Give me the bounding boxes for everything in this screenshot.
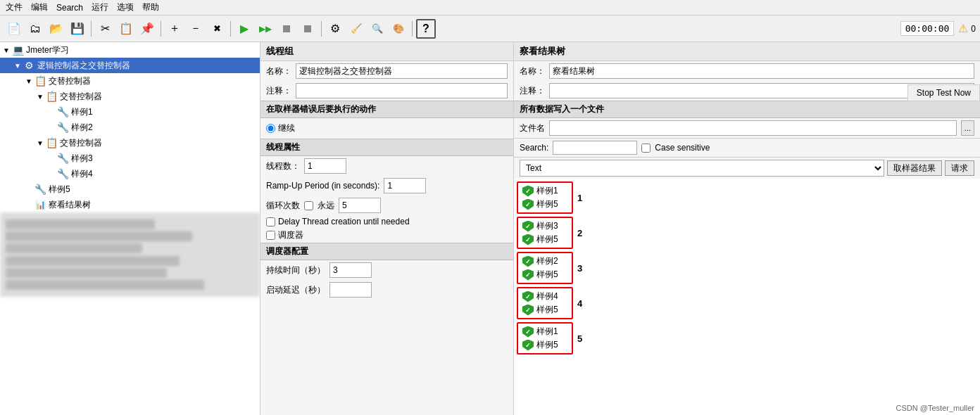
remove-button[interactable]: － [186, 19, 206, 39]
sample-group5-item2[interactable]: ✓ 样例5 [521, 338, 569, 352]
paint-button[interactable]: 🎨 [389, 19, 408, 39]
clear-button[interactable]: 🧹 [346, 19, 366, 39]
copy-button[interactable]: 📋 [116, 19, 136, 39]
sample-group5-item1[interactable]: ✓ 样例1 [521, 325, 569, 338]
sample-group3-item1[interactable]: ✓ 样例2 [521, 255, 569, 268]
menu-edit[interactable]: 编辑 [31, 1, 48, 13]
sample-g5s1-label: 样例1 [536, 326, 558, 338]
duration-input[interactable] [329, 262, 372, 278]
sample-group-1-row: ✓ 样例1 ✓ 样例5 1 [517, 181, 977, 214]
stop-test-banner[interactable]: Stop Test Now [907, 84, 980, 101]
settings-button[interactable]: ⚙ [325, 19, 345, 39]
tree-item-sample5[interactable]: ▶ 🔧 样例5 [0, 181, 260, 197]
comment-input[interactable] [296, 83, 508, 98]
templates-button[interactable]: 🗂 [25, 19, 45, 39]
tree-s5-label: 样例5 [49, 184, 70, 196]
controller-icon-1: 📋 [34, 75, 46, 87]
ramp-up-label: Ramp-Up Period (in seconds): [266, 181, 379, 191]
tree-item-results-tree[interactable]: ▶ 📊 察看结果树 [0, 197, 260, 212]
menu-options[interactable]: 选项 [117, 1, 134, 13]
results-name-input[interactable] [549, 63, 974, 79]
listener-icon: 📊 [34, 198, 46, 211]
ramp-up-input[interactable] [384, 178, 426, 193]
comment-label: 注释： [266, 85, 291, 97]
c2-toggle[interactable]: ▼ [37, 93, 45, 101]
sample-group2-item2[interactable]: ✓ 样例5 [521, 233, 569, 246]
sample-g4s1-label: 样例4 [536, 290, 558, 302]
gear-icon: ⚙ [23, 59, 35, 72]
sample-group1-item1[interactable]: ✓ 样例1 [521, 184, 569, 198]
startup-delay-input[interactable] [329, 282, 372, 298]
case-sensitive-label: Case sensitive [655, 143, 710, 153]
shield-icon-g3s1: ✓ [522, 256, 534, 267]
tree-item-sample3[interactable]: ▶ 🔧 样例3 [0, 151, 260, 166]
run-button[interactable]: ▶ [234, 19, 254, 39]
tree-item-sample4[interactable]: ▶ 🔧 样例4 [0, 166, 260, 181]
group-2-number: 2 [577, 228, 582, 238]
sampler-icon-1: 🔧 [56, 106, 69, 118]
controller-icon-2: 📋 [45, 90, 58, 103]
sample-group4-item1[interactable]: ✓ 样例4 [521, 290, 569, 303]
scheduler-checkbox[interactable] [266, 231, 275, 240]
continue-label: 继续 [278, 122, 295, 134]
tree-item-sample2[interactable]: ▶ 🔧 样例2 [0, 120, 260, 135]
run-no-pauses-button[interactable]: ▶▶ [256, 19, 275, 39]
new-file-button[interactable]: 📄 [4, 19, 24, 39]
request-tab[interactable]: 请求 [945, 160, 974, 176]
continue-radio[interactable] [266, 124, 275, 133]
sample-group1-item2[interactable]: ✓ 样例5 [521, 198, 569, 211]
search-input[interactable] [553, 141, 637, 155]
name-input[interactable] [296, 63, 508, 79]
scheduler-config-header: 调度器配置 [260, 243, 513, 260]
loop-count-input[interactable] [339, 198, 381, 213]
sample-group2-item1[interactable]: ✓ 样例3 [521, 219, 569, 233]
stop-button[interactable]: ⏹ [277, 19, 296, 39]
browse-button[interactable]: ... [961, 120, 974, 136]
separator-5 [412, 21, 413, 37]
sample-group3-item2[interactable]: ✓ 样例5 [521, 268, 569, 281]
tree-item-switch-c3[interactable]: ▼ 📋 交替控制器 [0, 135, 260, 151]
sample-g1s2-label: 样例5 [536, 198, 558, 210]
root-toggle[interactable]: ▼ [3, 46, 11, 54]
computer-icon: 💻 [11, 44, 24, 56]
glasses-button[interactable]: 🔍 [367, 19, 387, 39]
open-button[interactable]: 📂 [46, 19, 66, 39]
menu-help[interactable]: 帮助 [142, 1, 159, 13]
sample-g3s1-label: 样例2 [536, 255, 558, 267]
menu-run[interactable]: 运行 [92, 1, 108, 13]
cut-button[interactable]: ✂ [95, 19, 115, 39]
error-action-header: 在取样器错误后要执行的动作 [260, 101, 513, 118]
thread-count-label: 线程数： [266, 160, 300, 172]
tree-c1-label: 交替控制器 [49, 75, 91, 87]
shield-icon-g1s1: ✓ [522, 186, 534, 197]
c3-toggle[interactable]: ▼ [37, 139, 45, 147]
tree-s3-label: 样例3 [71, 153, 93, 165]
menu-file[interactable]: 文件 [6, 1, 23, 13]
tree-item-switch-c1[interactable]: ▼ 📋 交替控制器 [0, 73, 260, 89]
save-button[interactable]: 💾 [68, 19, 87, 39]
name-label: 名称： [266, 65, 291, 77]
delay-checkbox[interactable] [266, 217, 275, 226]
logic-toggle[interactable]: ▼ [14, 62, 23, 70]
remove2-button[interactable]: ✖ [207, 19, 227, 39]
menu-search[interactable]: Search [56, 3, 83, 13]
help-button[interactable]: ? [416, 19, 436, 39]
tree-item-logic-controller[interactable]: ▼ ⚙ 逻辑控制器之交替控制器 [0, 58, 260, 73]
group-3-number: 3 [577, 263, 582, 274]
text-dropdown[interactable]: Text [520, 160, 884, 177]
tree-root[interactable]: ▼ 💻 Jmeter学习 [0, 42, 260, 58]
filename-input[interactable] [549, 120, 957, 136]
case-sensitive-checkbox[interactable] [641, 143, 651, 153]
sampler-results-tab[interactable]: 取样器结果 [887, 160, 942, 176]
comment-row: 注释： [260, 81, 513, 101]
shutdown-button[interactable]: ⏹ [298, 19, 318, 39]
paste-button[interactable]: 📌 [137, 19, 157, 39]
add-button[interactable]: ＋ [165, 19, 184, 39]
tree-item-sample1[interactable]: ▶ 🔧 样例1 [0, 104, 260, 120]
tree-item-switch-c2[interactable]: ▼ 📋 交替控制器 [0, 89, 260, 104]
forever-checkbox[interactable] [304, 201, 313, 210]
c1-toggle[interactable]: ▼ [25, 77, 34, 85]
scheduler-row: 调度器 [260, 228, 513, 243]
sample-group4-item2[interactable]: ✓ 样例5 [521, 303, 569, 317]
thread-count-input[interactable] [304, 158, 346, 174]
